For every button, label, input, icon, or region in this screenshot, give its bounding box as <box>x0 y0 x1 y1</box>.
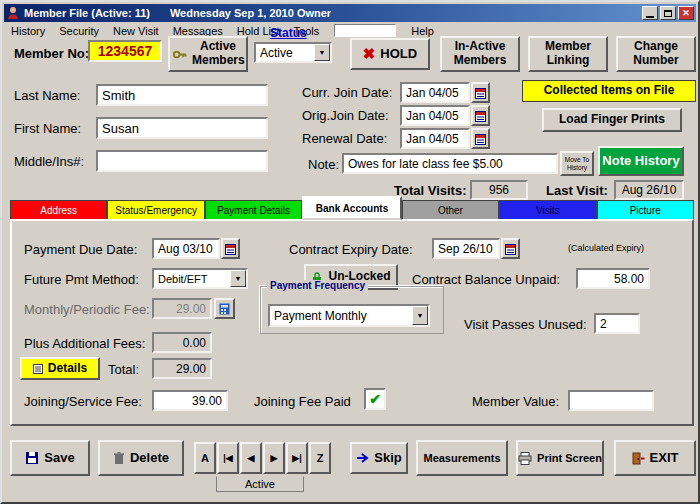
titlebar: Member File (Active: 11) Wednesday Sep 1… <box>4 4 696 22</box>
tab-bank-accounts[interactable]: Bank Accounts <box>302 196 401 220</box>
change-number-button[interactable]: Change Number <box>616 36 696 72</box>
move-to-history-label: Move To History <box>563 156 591 172</box>
window-datetime: Wednesday Sep 1, 2010 Owner <box>170 7 640 19</box>
additional-fees-label: Plus Additional Fees: <box>24 336 145 351</box>
nav-next-record-button[interactable]: ▶ <box>263 442 285 474</box>
curr-join-date-field[interactable]: Jan 04/05 <box>400 82 470 103</box>
measurements-label: Measurements <box>423 452 500 465</box>
member-no-field[interactable]: 1234567 <box>88 40 162 62</box>
orig-join-calendar-button[interactable] <box>471 105 490 126</box>
close-button[interactable]: ✕ <box>678 6 694 20</box>
curr-join-calendar-button[interactable] <box>471 82 490 103</box>
skip-label: Skip <box>374 451 401 466</box>
save-button[interactable]: Save <box>10 440 90 476</box>
minimize-button[interactable] <box>642 6 658 20</box>
nav-last-record-button[interactable]: ▶| <box>286 442 308 474</box>
chevron-down-icon[interactable]: ▼ <box>314 44 330 61</box>
renewal-calendar-button[interactable] <box>471 128 490 149</box>
visit-passes-field[interactable]: 2 <box>594 313 640 334</box>
nav-last-letter-button[interactable]: Z <box>309 442 331 474</box>
location-selector-box[interactable] <box>334 24 396 37</box>
hold-button[interactable]: ✖ HOLD <box>350 38 430 70</box>
details-label: Details <box>48 362 87 376</box>
printer-icon <box>518 452 532 465</box>
maximize-button[interactable] <box>660 6 676 20</box>
status-value: Active <box>256 46 314 60</box>
future-pmt-method-dropdown[interactable]: Debit/EFT ▼ <box>152 268 248 289</box>
inactive-members-button[interactable]: In-Active Members <box>440 36 520 72</box>
active-members-label: Active Members <box>192 40 244 68</box>
bottom-tab-active[interactable]: Active <box>216 476 304 492</box>
list-icon <box>33 364 43 374</box>
menu-security[interactable]: Security <box>52 24 106 38</box>
joining-fee-paid-checkbox[interactable]: ✔ <box>364 388 386 410</box>
nav-first-letter-button[interactable]: A <box>194 442 216 474</box>
hold-x-icon: ✖ <box>363 45 376 62</box>
contract-expiry-field[interactable]: Sep 26/10 <box>432 238 500 259</box>
payment-frequency-legend: Payment Frequency <box>267 280 368 291</box>
calculated-expiry-note: (Calculated Expiry) <box>568 243 644 253</box>
skip-arrow-icon <box>356 452 369 464</box>
inactive-members-label: In-Active Members <box>448 40 512 68</box>
nav-first-record-button[interactable]: |◀ <box>217 442 239 474</box>
calendar-icon <box>475 133 486 145</box>
delete-button[interactable]: Delete <box>98 440 184 476</box>
expiry-calendar-button[interactable] <box>501 238 520 259</box>
note-history-button[interactable]: Note History <box>598 146 684 176</box>
app-icon <box>6 6 20 20</box>
middle-ins-label: Middle/Ins#: <box>14 154 84 169</box>
member-value-field[interactable] <box>568 390 654 411</box>
calendar-icon <box>475 87 486 99</box>
tab-payment-details[interactable]: Payment Details <box>205 200 302 220</box>
hold-label: HOLD <box>380 47 417 62</box>
collected-items-label: Collected Items on File <box>544 84 675 98</box>
first-name-field[interactable]: Susan <box>96 117 268 139</box>
middle-ins-field[interactable] <box>96 150 268 172</box>
menu-help[interactable]: Help <box>404 24 441 38</box>
payment-due-date-field[interactable]: Aug 03/10 <box>152 238 220 259</box>
renewal-date-label: Renewal Date: <box>302 131 387 146</box>
load-fingerprints-button[interactable]: Load Finger Prints <box>542 108 682 132</box>
skip-button[interactable]: Skip <box>350 442 408 474</box>
tab-visits[interactable]: Visits <box>499 200 596 220</box>
details-button[interactable]: Details <box>20 357 100 380</box>
key-icon <box>172 47 187 62</box>
future-pmt-method-value: Debit/EFT <box>154 273 230 285</box>
contract-balance-field[interactable]: 58.00 <box>576 268 650 289</box>
menu-history[interactable]: History <box>4 24 52 38</box>
payment-frequency-dropdown[interactable]: Payment Monthly ▼ <box>268 304 430 327</box>
print-screen-button[interactable]: Print Screen <box>516 440 604 476</box>
tab-address[interactable]: Address <box>10 200 107 220</box>
status-dropdown[interactable]: Active ▼ <box>254 42 332 63</box>
active-members-button[interactable]: Active Members <box>168 36 248 72</box>
tab-status-emergency[interactable]: Status/Emergency <box>107 200 204 220</box>
due-date-calendar-button[interactable] <box>221 238 240 259</box>
chevron-down-icon[interactable]: ▼ <box>412 306 428 325</box>
last-name-label: Last Name: <box>14 88 80 103</box>
joining-fee-paid-label: Joining Fee Paid <box>254 394 351 409</box>
contract-expiry-label: Contract Expiry Date: <box>289 242 413 257</box>
calendar-icon <box>225 243 236 255</box>
bottom-tab-label: Active <box>245 478 275 490</box>
collected-items-button[interactable]: Collected Items on File <box>522 80 696 102</box>
tab-picture[interactable]: Picture <box>597 200 694 220</box>
joining-fee-field[interactable]: 39.00 <box>152 390 228 411</box>
member-linking-button[interactable]: Member Linking <box>528 36 608 72</box>
last-name-field[interactable]: Smith <box>96 84 268 106</box>
move-to-history-button[interactable]: Move To History <box>560 151 594 176</box>
save-disk-icon <box>25 451 39 465</box>
monthly-fee-edit-button[interactable] <box>214 298 235 319</box>
tab-other[interactable]: Other <box>402 200 499 220</box>
measurements-button[interactable]: Measurements <box>416 440 508 476</box>
exit-button[interactable]: EXIT <box>614 440 696 476</box>
nav-prev-record-button[interactable]: ◀ <box>240 442 262 474</box>
payment-due-date-label: Payment Due Date: <box>24 242 137 257</box>
load-fingerprints-label: Load Finger Prints <box>559 113 665 127</box>
renewal-date-field[interactable]: Jan 04/05 <box>400 128 470 149</box>
menu-new-visit[interactable]: New Visit <box>106 24 166 38</box>
status-label: Status <box>270 26 307 40</box>
calendar-icon <box>475 110 486 122</box>
chevron-down-icon[interactable]: ▼ <box>230 270 246 287</box>
note-field[interactable]: Owes for late class fee $5.00 <box>342 153 558 174</box>
orig-join-date-field[interactable]: Jan 04/05 <box>400 105 470 126</box>
